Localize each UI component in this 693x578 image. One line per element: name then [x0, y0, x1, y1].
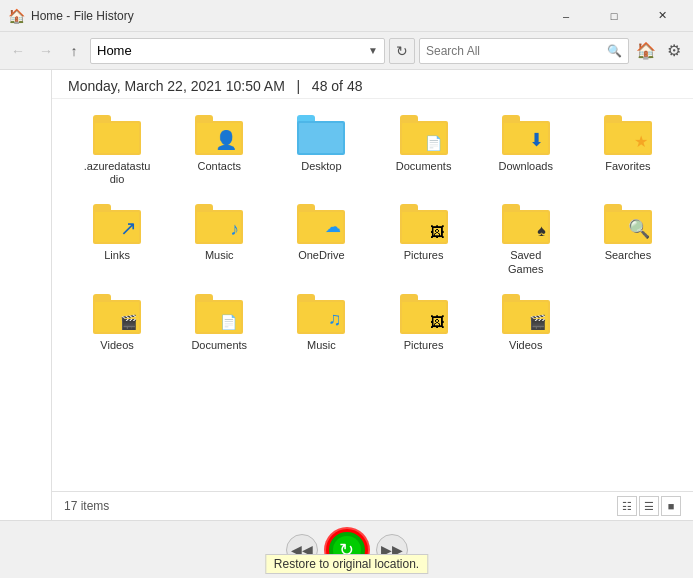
folder-label: Pictures — [404, 249, 444, 262]
refresh-button[interactable]: ↻ — [389, 38, 415, 64]
folder-label: Downloads — [499, 160, 553, 173]
count-label: 48 of 48 — [312, 78, 363, 94]
details-view-button[interactable]: ☷ — [617, 496, 637, 516]
folder-icon: 👤 — [193, 113, 245, 157]
folder-icon: 🖼 — [398, 202, 450, 246]
folder-base: 🎬 — [93, 294, 141, 334]
status-bar: 17 items ☷ ☰ ■ — [52, 491, 693, 520]
folder-base: 🎬 — [502, 294, 550, 334]
folder-base: 👤 — [195, 115, 243, 155]
folder-label: Contacts — [198, 160, 241, 173]
folder-item[interactable]: ⬇ Downloads — [477, 109, 575, 190]
folder-icon: ↗ — [91, 202, 143, 246]
folder-label: Videos — [509, 339, 542, 352]
folder-item[interactable]: 🔍 Searches — [579, 198, 677, 279]
breadcrumb-bar: Monday, March 22, 2021 10:50 AM | 48 of … — [52, 70, 693, 99]
folder-item[interactable]: ♠ Saved Games — [477, 198, 575, 279]
folder-item[interactable]: ♪ Music — [170, 198, 268, 279]
folder-item[interactable]: ★ Favorites — [579, 109, 677, 190]
main-content: Monday, March 22, 2021 10:50 AM | 48 of … — [0, 70, 693, 520]
folder-item[interactable]: ♫ Music — [272, 288, 370, 356]
folder-base: ♪ — [195, 204, 243, 244]
folder-item[interactable]: 🎬 Videos — [477, 288, 575, 356]
toolbar-right: 🏠 ⚙ — [633, 38, 687, 64]
address-input[interactable] — [97, 43, 368, 58]
folder-base: 📄 — [195, 294, 243, 334]
folder-label: Favorites — [605, 160, 650, 173]
folder-label: Saved Games — [492, 249, 560, 275]
folder-icon: 🔍 — [602, 202, 654, 246]
list-view-button[interactable]: ☰ — [639, 496, 659, 516]
folder-icon — [295, 113, 347, 157]
folder-icon: ♪ — [193, 202, 245, 246]
folder-base — [93, 115, 141, 155]
settings-button[interactable]: ⚙ — [661, 38, 687, 64]
folder-base: 🖼 — [400, 294, 448, 334]
first-button[interactable]: ◀◀ — [286, 534, 318, 566]
folder-item[interactable]: 🖼 Pictures — [374, 198, 472, 279]
folder-label: Links — [104, 249, 130, 262]
last-button[interactable]: ▶▶ — [376, 534, 408, 566]
title-bar-controls: – □ ✕ — [543, 6, 685, 26]
folder-base: ★ — [604, 115, 652, 155]
tiles-view-button[interactable]: ■ — [661, 496, 681, 516]
app-icon: 🏠 — [8, 8, 25, 24]
folder-base — [297, 115, 345, 155]
folder-item[interactable]: 🎬 Videos — [68, 288, 166, 356]
folder-base: 🖼 — [400, 204, 448, 244]
search-input[interactable] — [426, 44, 607, 58]
folder-icon: ⬇ — [500, 113, 552, 157]
forward-button[interactable]: → — [34, 39, 58, 63]
folder-base: ⬇ — [502, 115, 550, 155]
folder-item[interactable]: 📄 Documents — [374, 109, 472, 190]
title-bar-left: 🏠 Home - File History — [8, 8, 134, 24]
folder-icon — [91, 113, 143, 157]
title-bar: 🏠 Home - File History – □ ✕ — [0, 0, 693, 32]
folder-base: ☁ — [297, 204, 345, 244]
sidebar — [0, 70, 52, 520]
folder-base: 🔍 — [604, 204, 652, 244]
item-count: 17 items — [64, 499, 109, 513]
up-button[interactable]: ↑ — [62, 39, 86, 63]
content-panel: Monday, March 22, 2021 10:50 AM | 48 of … — [52, 70, 693, 520]
folder-item[interactable]: 📄 Documents — [170, 288, 268, 356]
folder-item[interactable]: Desktop — [272, 109, 370, 190]
folder-item[interactable]: ↗ Links — [68, 198, 166, 279]
folder-base: ♠ — [502, 204, 550, 244]
folder-inner — [299, 123, 343, 153]
back-button[interactable]: ← — [6, 39, 30, 63]
close-button[interactable]: ✕ — [639, 6, 685, 26]
folder-label: Documents — [396, 160, 452, 173]
separator: | — [297, 78, 301, 94]
folder-label: Desktop — [301, 160, 341, 173]
folder-icon: 🖼 — [398, 292, 450, 336]
folder-icon: 🎬 — [500, 292, 552, 336]
restore-icon: ↻ — [333, 536, 361, 564]
folder-label: Documents — [191, 339, 247, 352]
home-button[interactable]: 🏠 — [633, 38, 659, 64]
folder-icon: ★ — [602, 113, 654, 157]
folder-label: Music — [307, 339, 336, 352]
folder-label: Videos — [100, 339, 133, 352]
minimize-button[interactable]: – — [543, 6, 589, 26]
folder-item[interactable]: .azuredatastudio — [68, 109, 166, 190]
folder-icon: ☁ — [295, 202, 347, 246]
folder-base: 📄 — [400, 115, 448, 155]
folder-base: ↗ — [93, 204, 141, 244]
nav-bar: ← → ↑ ▼ ↻ 🔍 🏠 ⚙ — [0, 32, 693, 70]
maximize-button[interactable]: □ — [591, 6, 637, 26]
address-chevron-icon[interactable]: ▼ — [368, 45, 378, 56]
search-bar: 🔍 — [419, 38, 629, 64]
search-icon: 🔍 — [607, 44, 622, 58]
folder-icon: 🎬 — [91, 292, 143, 336]
folder-icon: ♠ — [500, 202, 552, 246]
folder-item[interactable]: ☁ OneDrive — [272, 198, 370, 279]
restore-button[interactable]: ↻ — [326, 529, 368, 571]
folder-item[interactable]: 🖼 Pictures — [374, 288, 472, 356]
datetime-label: Monday, March 22, 2021 10:50 AM — [68, 78, 285, 94]
folder-label: OneDrive — [298, 249, 344, 262]
folder-item[interactable]: 👤 Contacts — [170, 109, 268, 190]
folder-label: Searches — [605, 249, 651, 262]
folder-grid: .azuredatastudio 👤 Contacts Desktop — [52, 99, 693, 491]
bottom-bar: ◀◀ ↻ ▶▶ Restore to original location. — [0, 520, 693, 578]
